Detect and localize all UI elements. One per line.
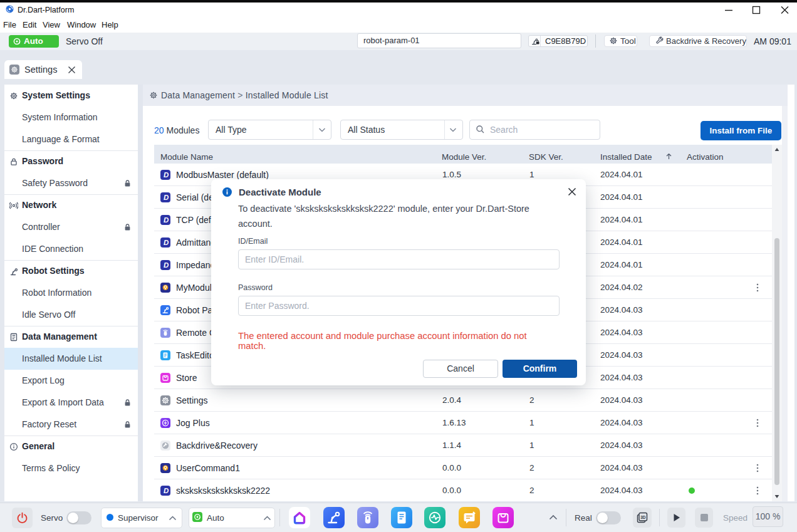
svg-text:3D: 3D xyxy=(640,515,646,519)
svg-text:D: D xyxy=(164,487,169,494)
svg-text:D: D xyxy=(164,194,169,201)
svg-text:D: D xyxy=(164,239,169,246)
svg-text:D: D xyxy=(164,171,169,179)
svg-text:D: D xyxy=(164,216,169,224)
svg-text:D: D xyxy=(164,261,169,269)
